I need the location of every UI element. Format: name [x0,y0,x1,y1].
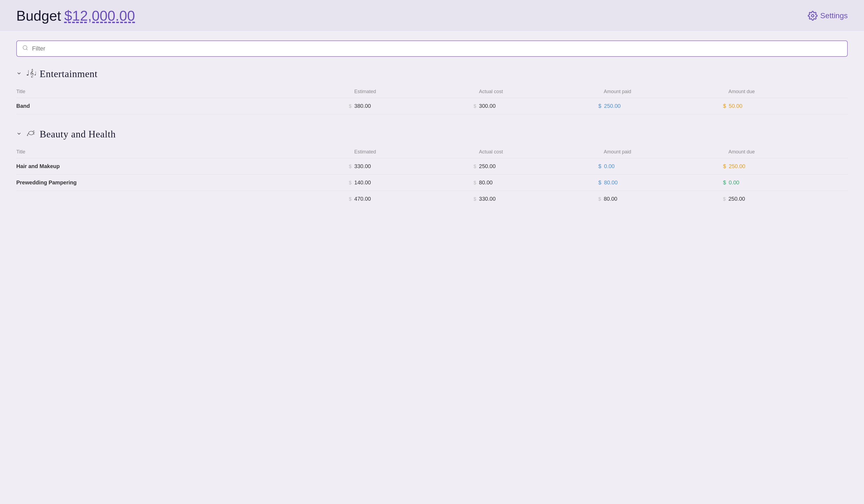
chevron-entertainment-icon[interactable] [16,71,22,77]
item-due: $ 250.00 [723,158,848,175]
item-due: $ 50.00 [723,98,848,114]
svg-line-2 [26,49,27,50]
dollar-sign: $ [473,180,476,186]
col-estimated-1: Estimated [349,147,473,158]
table-row: Hair and Makeup $ 330.00 $ 250.00 [16,158,848,175]
table-row: Band $ 380.00 $ 300.00 [16,98,848,114]
dollar-sign: $ [349,180,352,186]
chevron-beauty-icon[interactable] [16,131,22,138]
search-bar[interactable] [16,40,848,57]
col-due-1: Amount due [723,147,848,158]
item-title: Hair and Makeup [16,158,349,175]
totals-paid: $ 80.00 [598,191,723,207]
item-title: Prewedding Pampering [16,175,349,191]
item-due: $ 0.00 [723,175,848,191]
item-estimated: $ 380.00 [349,98,473,114]
settings-label: Settings [820,11,848,20]
col-paid-0: Amount paid [598,87,723,98]
dollar-sign: $ [723,196,726,202]
beauty-table: Title Estimated Actual cost Amount paid … [16,147,848,207]
col-actual-0: Actual cost [473,87,598,98]
dollar-sign: $ [473,164,476,169]
dollar-sign: $ [723,103,726,109]
category-beauty-health: Beauty and Health Title Estimated Actual… [16,128,848,207]
item-title: Band [16,98,349,114]
col-estimated-0: Estimated [349,87,473,98]
category-entertainment-header: ♩𝄞♪ Entertainment [16,68,848,80]
filter-input[interactable] [32,45,842,52]
svg-text:♩𝄞♪: ♩𝄞♪ [26,69,36,78]
svg-point-1 [23,46,27,50]
item-actual: $ 80.00 [473,175,598,191]
item-actual: $ 250.00 [473,158,598,175]
dollar-sign: $ [598,196,601,202]
search-icon [22,45,28,52]
entertainment-category-name: Entertainment [40,68,97,80]
category-beauty-header: Beauty and Health [16,128,848,140]
gear-icon [808,11,818,21]
col-title-0: Title [16,87,349,98]
entertainment-icon: ♩𝄞♪ [25,68,36,80]
totals-estimated: $ 470.00 [349,191,473,207]
category-entertainment: ♩𝄞♪ Entertainment Title Estimated Actual… [16,68,848,114]
dollar-sign: $ [473,196,476,202]
page-title: Budget $12,000.00 [16,8,135,24]
dollar-sign: $ [598,163,601,169]
item-estimated: $ 330.00 [349,158,473,175]
page-header: Budget $12,000.00 Settings [0,0,864,31]
svg-point-0 [811,15,814,17]
dollar-sign: $ [723,163,726,169]
totals-due: $ 250.00 [723,191,848,207]
settings-button[interactable]: Settings [808,11,848,21]
budget-label: Budget [16,8,61,24]
dollar-sign: $ [598,103,601,109]
svg-line-7 [33,131,35,132]
beauty-category-name: Beauty and Health [40,129,116,140]
dollar-sign: $ [473,104,476,109]
totals-actual: $ 330.00 [473,191,598,207]
dollar-sign: $ [349,196,352,202]
col-paid-1: Amount paid [598,147,723,158]
beauty-icon [25,128,36,140]
dollar-sign: $ [723,180,726,186]
dollar-sign: $ [349,164,352,169]
totals-row: $ 470.00 $ 330.00 $ 80.00 [16,191,848,207]
budget-amount[interactable]: $12,000.00 [64,8,135,24]
item-paid: $ 80.00 [598,175,723,191]
item-paid: $ 0.00 [598,158,723,175]
col-title-1: Title [16,147,349,158]
item-estimated: $ 140.00 [349,175,473,191]
totals-label [16,191,349,207]
col-actual-1: Actual cost [473,147,598,158]
dollar-sign: $ [349,104,352,109]
main-content: ♩𝄞♪ Entertainment Title Estimated Actual… [0,31,864,230]
item-paid: $ 250.00 [598,98,723,114]
col-due-0: Amount due [723,87,848,98]
item-actual: $ 300.00 [473,98,598,114]
entertainment-table: Title Estimated Actual cost Amount paid … [16,87,848,114]
svg-line-5 [27,133,29,136]
dollar-sign: $ [598,180,601,186]
table-row: Prewedding Pampering $ 140.00 $ 80.00 [16,175,848,191]
svg-point-4 [28,131,34,135]
